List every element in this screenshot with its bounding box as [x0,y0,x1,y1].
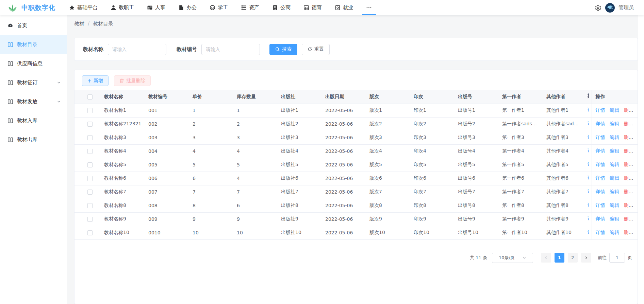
clipped-column [588,172,592,185]
row-checkbox[interactable] [87,217,93,222]
detail-link[interactable]: 详情 [596,162,605,167]
delete-link[interactable]: 删除 [624,148,633,154]
edit-link[interactable]: 编辑 [610,175,619,181]
nav-item[interactable]: 公寓 [267,0,295,15]
cell-pub-no: 出版号2 [455,117,499,131]
cell-pub-no: 出版号4 [455,144,499,158]
edit-link[interactable]: 编辑 [610,189,619,194]
delete-link[interactable]: 删除 [624,162,633,167]
delete-link[interactable]: 删除 [624,107,633,113]
cell-price: 1 [189,104,234,117]
detail-link[interactable]: 详情 [596,107,605,113]
nav-item-label: 办公 [186,4,197,11]
avatar[interactable] [605,3,615,13]
edit-link[interactable]: 编辑 [610,148,619,154]
delete-link[interactable]: 删除 [624,230,633,235]
sidebar-item[interactable]: 教材发放 [0,92,67,111]
row-checkbox[interactable] [87,149,93,154]
nav-item[interactable]: 人事 [142,0,170,15]
page-size-select[interactable]: 10条/页 [492,253,533,263]
detail-link[interactable]: 详情 [596,202,605,208]
add-button[interactable]: 新增 [82,75,109,86]
textbook-code-input[interactable] [201,44,260,55]
edit-link[interactable]: 编辑 [610,135,619,140]
sidebar-item[interactable]: 教材入库 [0,111,67,130]
nav-item[interactable]: 基础平台 [64,0,102,15]
row-checkbox[interactable] [87,135,93,140]
gear-icon[interactable] [595,4,601,11]
row-checkbox[interactable] [87,162,93,167]
delete-link[interactable]: 删除 [624,135,633,140]
nav-item[interactable]: 就业 [330,0,358,15]
next-page-button[interactable] [581,253,591,263]
cell-other-authors: 其他作者4 [543,144,588,158]
cell-impression: 印次7 [411,185,455,199]
row-checkbox[interactable] [87,190,93,195]
edit-link[interactable]: 编辑 [610,216,619,221]
row-checkbox[interactable] [87,108,93,113]
nav-item[interactable]: 教职工 [106,0,139,15]
row-checkbox[interactable] [87,176,93,181]
cell-first-author: 第一作者3 [499,131,543,144]
row-checkbox[interactable] [87,203,93,208]
search-button[interactable]: 搜索 [269,44,297,55]
cell-stock: 6 [234,199,278,212]
detail-link[interactable]: 详情 [596,230,605,235]
cell-code: 0010 [145,226,189,239]
col-header: 其他作者 [543,90,588,104]
edit-link[interactable]: 编辑 [610,121,619,126]
nav-item-label: 人事 [155,4,165,11]
edit-link[interactable]: 编辑 [610,162,619,167]
nav-item[interactable]: 办公 [174,0,201,15]
cell-pub-date: 2022-05-06 [322,199,366,212]
table-header-row: 教材名称 教材编号 单价 库存数量 出版社 出版日期 版次 印次 出版号 第一作… [75,90,638,104]
nav-item[interactable]: 资产 [236,0,264,15]
cell-pub-no: 出版号3 [455,131,499,144]
reset-button[interactable]: 重置 [302,44,330,55]
sidebar-item[interactable]: 首页 [0,16,67,35]
breadcrumb-item-first[interactable]: 教材 [74,21,84,27]
row-checkbox[interactable] [87,230,93,235]
row-checkbox[interactable] [87,122,93,127]
detail-link[interactable]: 详情 [596,148,605,154]
detail-link[interactable]: 详情 [596,216,605,221]
edit-link[interactable]: 编辑 [610,107,619,113]
cell-first-author: 第一作者10 [499,226,543,239]
prev-page-button[interactable] [541,253,551,263]
detail-link[interactable]: 详情 [596,121,605,126]
cell-stock: 4 [234,144,278,158]
cell-code: 002 [145,117,189,131]
nav-item[interactable]: 德育 [299,0,327,15]
edit-link[interactable]: 编辑 [610,202,619,208]
textbook-name-input[interactable] [108,44,166,55]
user-icon [111,5,116,11]
select-all-checkbox[interactable] [87,94,93,100]
nav-item[interactable] [361,0,377,15]
batch-delete-button[interactable]: 批量删除 [114,75,151,86]
topnav-right-area: 管理员 [595,3,644,13]
goto-page-input[interactable] [609,253,625,263]
page-2-button[interactable]: 2 [568,253,578,263]
delete-link[interactable]: 删除 [624,216,633,221]
detail-link[interactable]: 详情 [596,175,605,181]
detail-link[interactable]: 详情 [596,189,605,194]
delete-link[interactable]: 删除 [624,121,633,126]
cell-impression: 印次6 [411,172,455,185]
cell-other-authors: 其他作者8 [543,199,588,212]
nav-item[interactable]: 学工 [205,0,233,15]
page-1-button[interactable]: 1 [555,253,564,263]
edit-link[interactable]: 编辑 [610,230,619,235]
cell-code: 008 [145,199,189,212]
cell-edition: 版次7 [366,185,411,199]
sidebar-item[interactable]: 供应商信息 [0,54,67,73]
sidebar-item[interactable]: 教材出库 [0,130,67,149]
sidebar-item[interactable]: 教材目录 [0,35,67,54]
delete-link[interactable]: 删除 [624,189,633,194]
delete-link[interactable]: 删除 [624,175,633,181]
sidebar-item[interactable]: 教材征订 [0,73,67,92]
cell-pub-no: 出版号7 [455,185,499,199]
delete-link[interactable]: 删除 [624,202,633,208]
detail-link[interactable]: 详情 [596,135,605,140]
scrollbar-gutter[interactable] [638,15,644,304]
col-header: 出版日期 [322,90,366,104]
